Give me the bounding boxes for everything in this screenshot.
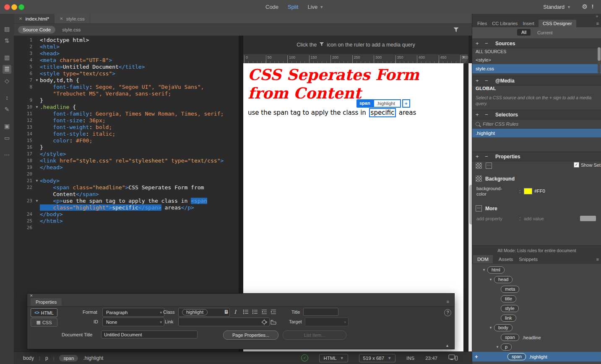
dom-tag-chip[interactable]: style bbox=[501, 305, 519, 312]
dom-tag-chip[interactable]: p bbox=[501, 343, 512, 351]
add-property-field[interactable]: add property bbox=[476, 216, 502, 221]
code-line[interactable]: 3<head> bbox=[14, 50, 239, 57]
indent-icon[interactable] bbox=[270, 308, 277, 316]
code-line[interactable]: 17</style> bbox=[14, 151, 239, 157]
list-item-button[interactable]: List Item... bbox=[283, 330, 346, 340]
panel-menu-icon[interactable]: ≡ bbox=[596, 21, 599, 26]
target-dropdown[interactable] bbox=[305, 318, 349, 326]
collapse-arrow-icon[interactable]: ▼ bbox=[489, 326, 494, 330]
format-dropdown[interactable]: Paragraph bbox=[102, 308, 164, 317]
document-title-input[interactable] bbox=[101, 330, 198, 338]
color-swatch[interactable] bbox=[524, 188, 532, 194]
scrollbar-thumb[interactable] bbox=[598, 47, 601, 61]
close-icon[interactable]: ✕ bbox=[30, 294, 33, 298]
properties-scrollbar-thumb[interactable] bbox=[580, 216, 596, 221]
selected-span-highlight[interactable]: specific bbox=[369, 108, 396, 117]
collapse-arrow-icon[interactable]: ▼ bbox=[489, 278, 494, 281]
code-line[interactable]: 24</body> bbox=[14, 211, 239, 218]
dom-tag-chip[interactable]: link bbox=[501, 315, 516, 322]
dom-tag-chip[interactable]: span bbox=[507, 353, 526, 360]
dom-tag-chip[interactable]: title bbox=[501, 295, 516, 302]
bold-button[interactable]: B bbox=[223, 308, 230, 316]
apply-comment-icon[interactable]: ▣ bbox=[3, 122, 11, 131]
device-preview-icon[interactable] bbox=[448, 354, 458, 361]
code-line[interactable]: 10▼.headline { bbox=[14, 104, 239, 111]
doctype-dropdown[interactable]: HTML ▼ bbox=[319, 354, 348, 362]
close-icon[interactable]: ✕ bbox=[19, 16, 22, 21]
source-style-tag[interactable]: <style> bbox=[472, 56, 601, 64]
tab-index-html[interactable]: ✕ index.html* bbox=[14, 14, 55, 23]
class-dropdown[interactable]: highlight bbox=[178, 308, 230, 317]
tab-style-css[interactable]: ✕ style.css bbox=[55, 14, 90, 23]
italic-button[interactable]: I bbox=[232, 308, 239, 316]
code-line[interactable]: 15 color: #F00; bbox=[14, 137, 239, 144]
remove-comment-icon[interactable]: ▭ bbox=[3, 134, 11, 142]
point-to-file-icon[interactable] bbox=[260, 318, 268, 326]
view-mode-code[interactable]: Code bbox=[265, 4, 278, 10]
open-documents-icon[interactable]: ▤ bbox=[3, 25, 11, 34]
scope-current-button[interactable]: Current bbox=[537, 30, 553, 35]
add-class-button[interactable]: + bbox=[402, 99, 410, 108]
panel-tab-files[interactable]: Files bbox=[477, 21, 487, 27]
link-input[interactable] bbox=[178, 318, 270, 326]
window-close-button[interactable] bbox=[4, 4, 10, 10]
collapse-arrow-icon[interactable]: ▼ bbox=[482, 268, 487, 272]
help-icon[interactable]: ? bbox=[444, 309, 451, 316]
dom-node-p[interactable]: ▼p bbox=[472, 342, 601, 352]
source-style-css[interactable]: style.css bbox=[472, 64, 601, 73]
code-line[interactable]: 22 <span class="headline">CSS Seperates … bbox=[14, 184, 239, 191]
title-input[interactable] bbox=[303, 308, 338, 316]
code-line[interactable]: 7▼body,td,th { bbox=[14, 77, 239, 84]
add-source-icon[interactable]: + bbox=[476, 40, 481, 46]
dom-tag-chip[interactable]: html bbox=[487, 266, 505, 274]
properties-panel-tab[interactable]: Properties bbox=[31, 298, 62, 306]
code-line[interactable]: 23▼ <p>use the span tag to apply the cla… bbox=[14, 198, 239, 204]
code-line[interactable]: 4<meta charset="UTF-8"> bbox=[14, 57, 239, 64]
element-display-class[interactable]: .highlight bbox=[373, 99, 401, 108]
dom-node-span.highlight[interactable]: +span.highlight bbox=[472, 352, 601, 361]
media-query-funnel-icon[interactable] bbox=[453, 27, 459, 34]
view-mode-split[interactable]: Split bbox=[288, 4, 298, 10]
gear-icon[interactable]: ⚙ bbox=[582, 3, 588, 10]
code-line[interactable]: 8 font-family: Segoe, "Segoe UI", "DejaV… bbox=[14, 84, 239, 90]
code-line[interactable]: "Trebuchet MS", Verdana, sans-serif; bbox=[14, 90, 239, 97]
alert-icon[interactable]: ! bbox=[592, 3, 593, 10]
close-icon[interactable]: ✕ bbox=[60, 16, 63, 21]
code-line[interactable]: 20 bbox=[14, 171, 239, 178]
inspect-icon[interactable]: ◇ bbox=[3, 77, 11, 85]
code-line[interactable]: 16} bbox=[14, 144, 239, 151]
panel-tab-assets[interactable]: Assets bbox=[499, 257, 513, 262]
css-mode-button[interactable]: ▦ CSS bbox=[31, 318, 57, 327]
code-line[interactable]: 18<link href="style.css" rel="stylesheet… bbox=[14, 157, 239, 164]
workspace-menu[interactable]: Standard ▼ bbox=[543, 0, 571, 14]
page-paragraph[interactable]: use the span tag to apply the class in s… bbox=[248, 109, 416, 116]
remove-source-icon[interactable]: − bbox=[485, 40, 491, 46]
panel-tab-insert[interactable]: Insert bbox=[523, 21, 534, 27]
remove-media-query-icon[interactable]: − bbox=[485, 77, 491, 84]
window-minimize-button[interactable] bbox=[11, 4, 17, 10]
element-display-tag[interactable]: span bbox=[356, 99, 373, 108]
code-line[interactable]: 9} bbox=[14, 97, 239, 104]
filter-css-rules-input[interactable]: Filter CSS Rules bbox=[472, 119, 601, 129]
code-line[interactable]: 12 font-size: 36px; bbox=[14, 117, 239, 124]
format-source-icon[interactable]: ☰ bbox=[3, 65, 11, 74]
ordered-list-icon[interactable] bbox=[251, 308, 258, 316]
dom-node-meta[interactable]: meta bbox=[472, 284, 601, 294]
dom-tag-chip[interactable]: body bbox=[494, 324, 513, 331]
media-global-item[interactable]: GLOBAL bbox=[476, 86, 496, 91]
code-line[interactable]: 5<title>Untitled Document</title> bbox=[14, 64, 239, 70]
dom-tag-chip[interactable]: head bbox=[494, 276, 513, 283]
sources-scrollbar[interactable] bbox=[598, 47, 601, 73]
dom-node-body[interactable]: ▼body bbox=[472, 323, 601, 333]
more-tools-icon[interactable]: ⋯ bbox=[3, 150, 11, 159]
related-file-source-code[interactable]: Source Code bbox=[18, 26, 55, 34]
property-name[interactable]: background-color bbox=[476, 186, 506, 197]
code-line[interactable]: 13 font-weight: bold; bbox=[14, 124, 239, 131]
code-line[interactable]: 6<style type="text/css"> bbox=[14, 70, 239, 77]
more-category-icon[interactable]: ⋯ bbox=[486, 163, 492, 169]
add-element-icon[interactable]: + bbox=[475, 354, 478, 360]
panel-tab-dom[interactable]: DOM bbox=[473, 255, 493, 263]
code-line[interactable]: class="highlight">specific</span> areas<… bbox=[14, 204, 239, 211]
tag-selector-p[interactable]: p bbox=[45, 355, 48, 361]
page-headline[interactable]: CSS Seperates Form from Content bbox=[248, 65, 450, 102]
